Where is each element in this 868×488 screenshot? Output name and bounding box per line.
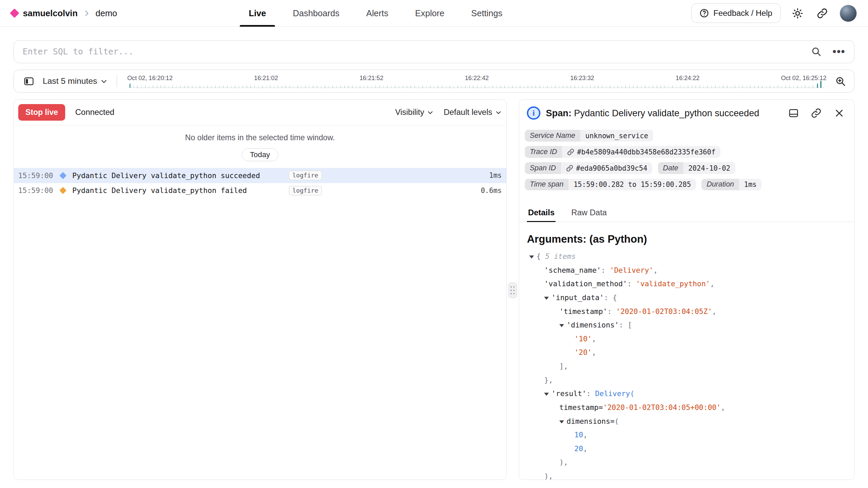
chip-value: 15:59:00.282 to 15:59:00.285 [568,179,696,191]
time-range-selector[interactable]: Last 5 minutes [43,76,108,86]
default-levels-dropdown[interactable]: Default levels [444,107,502,117]
span-id-chip[interactable]: Span ID #eda9065a0bd39c54 [525,162,653,174]
service-name-chip[interactable]: Service Name unknown_service [525,130,654,142]
arguments-heading: Arguments: (as Python) [527,233,846,245]
visibility-dropdown[interactable]: Visibility [395,107,434,117]
span-title: Span: Pydantic Delivery validate_python … [546,108,759,119]
token-punct: : { [604,291,617,305]
nav-tab-dashboards[interactable]: Dashboards [279,0,353,27]
theme-toggle-button[interactable] [791,6,805,21]
token-key: 'dimensions' [566,318,619,332]
detail-header: i Span: Pydantic Delivery validate_pytho… [519,100,854,126]
close-detail-button[interactable] [832,106,846,120]
timeline-bar: Last 5 minutes Oct 02, 16:20:1216:21:021… [14,70,855,93]
token-punct: { [536,250,545,264]
nav-tab-alerts[interactable]: Alerts [353,0,402,27]
token-str: '2020-01-02T03:04:05+00:00' [603,401,721,415]
duration-chip[interactable]: Duration 1ms [701,179,762,191]
time-range-label: Last 5 minutes [43,76,97,86]
token-plain: timestamp= [559,401,603,415]
connection-status: Connected [75,107,114,117]
timeline-tick-label: 16:22:42 [465,75,489,82]
logfire-logo-icon[interactable] [10,8,19,18]
stop-live-button[interactable]: Stop live [18,104,65,121]
info-circle-icon: i [527,106,540,120]
logfire-tag[interactable]: logfire [289,171,322,180]
breadcrumb-org[interactable]: samuelcolvin [23,8,78,18]
chevron-right-icon [83,9,91,17]
chip-value: 2024-10-02 [683,162,735,174]
token-punct: ), [544,469,553,480]
token-punct: : [ [619,318,632,332]
nav-tab-settings[interactable]: Settings [458,0,516,27]
token-cls: Delivery( [595,387,634,401]
tree-line: 'input_data': { [529,291,847,305]
token-punct: , [712,305,716,319]
timeline-tick-label: 16:23:32 [570,75,594,82]
tree-line: 'dimensions': [ [529,318,847,332]
more-options-button[interactable]: ••• [833,49,845,55]
feedback-help-button[interactable]: Feedback / Help [691,3,781,23]
tree-line: ), [529,456,847,469]
logfire-tag[interactable]: logfire [289,186,322,195]
dock-panel-button[interactable] [786,106,801,120]
divider [117,75,117,87]
chip-label: Trace ID [525,146,562,158]
span-detail-panel: i Span: Pydantic Delivery validate_pytho… [519,99,854,480]
dock-panel-icon [788,108,799,118]
copy-link-button[interactable] [809,106,824,120]
token-punct: ), [559,456,568,469]
breadcrumb-project[interactable]: demo [96,8,117,18]
token-meta: 5 items [545,250,576,264]
token-num: 20 [575,442,583,456]
nav-tab-live[interactable]: Live [235,0,280,27]
chip-label: Span ID [525,162,561,174]
detail-tabs: Details Raw Data [519,203,854,222]
log-row[interactable]: 15:59:00 Pydantic Delivery validate_pyth… [14,168,506,183]
token-punct: , [721,401,725,415]
token-key: 'schema_name' [544,264,601,277]
empty-window-message: No older items in the selected time wind… [14,133,506,142]
log-row[interactable]: 15:59:00 Pydantic Delivery validate_pyth… [14,183,506,198]
token-punct: , [583,428,587,442]
tab-details[interactable]: Details [527,203,556,222]
timeline-tick-label: 16:24:22 [676,75,700,82]
nav-tab-explore[interactable]: Explore [402,0,458,27]
sidebar-toggle-button[interactable] [20,73,37,90]
sql-filter-input[interactable] [23,47,800,56]
token-punct: ( [615,415,619,429]
tree-line: 'schema_name': 'Delivery', [529,264,847,277]
token-punct: : [607,305,616,319]
trace-id-chip[interactable]: Trace ID #b4e5809a440dbb3458e68d2335fe36… [525,146,721,158]
chip-value: unknown_service [580,130,653,142]
arguments-python-tree: { 5 items'schema_name': 'Delivery','vali… [529,250,847,480]
error-diamond-icon [59,187,67,194]
user-avatar[interactable] [840,5,857,22]
share-link-button[interactable] [815,6,829,21]
token-punct: , [710,277,715,291]
sql-filter-bar: ••• [14,40,855,63]
panel-resize-handle[interactable] [508,283,517,298]
timeline-baseline [129,88,824,88]
token-key: 'validation_method' [544,277,627,291]
search-button[interactable] [809,44,824,59]
sidebar-panel-icon [23,76,34,87]
chip-label: Service Name [525,130,581,142]
log-timestamp: 15:59:00 [18,171,58,180]
date-chip[interactable]: Date 2024-10-02 [658,162,735,174]
live-panel: Stop live Connected Visibility Default l… [14,99,507,480]
timeline-track[interactable]: Oct 02, 16:20:1216:21:0216:21:5216:22:42… [127,70,826,92]
chip-label: Duration [701,179,739,191]
tab-raw-data[interactable]: Raw Data [570,203,608,222]
tree-line: timestamp='2020-01-02T03:04:05+00:00', [529,401,847,415]
token-key: 'result' [552,387,586,401]
token-str: 'Delivery' [610,264,653,277]
token-punct: }, [544,373,553,387]
time-span-chip[interactable]: Time span 15:59:00.282 to 15:59:00.285 [525,179,696,191]
timeline-tick-label: Oct 02, 16:20:12 [127,75,173,82]
live-panel-header: Stop live Connected Visibility Default l… [14,100,506,125]
detail-header-actions [786,106,846,120]
timeline-tick-label: Oct 02, 16:25:12 [781,75,826,82]
timeline-zoom-button[interactable] [833,74,848,89]
chevron-down-icon [100,78,107,85]
